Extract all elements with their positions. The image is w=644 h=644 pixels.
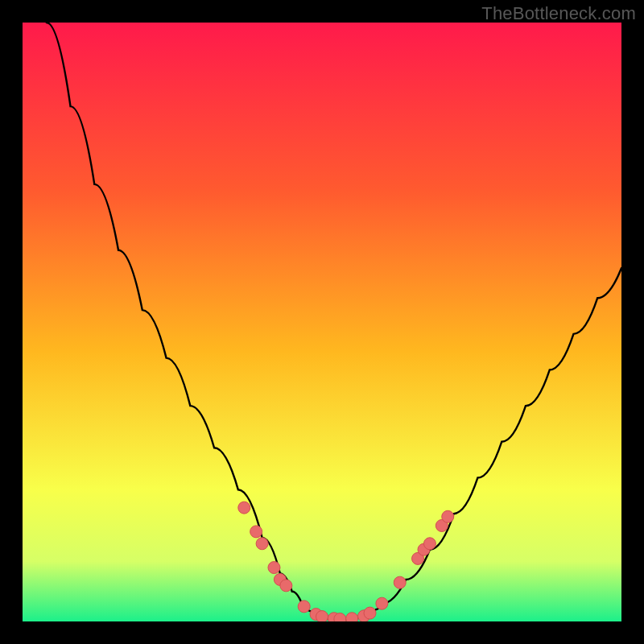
data-marker (250, 526, 262, 538)
data-marker (280, 580, 292, 592)
data-marker (346, 613, 358, 621)
gradient-background (23, 23, 621, 621)
data-marker (316, 611, 328, 621)
data-marker (423, 538, 436, 550)
data-marker (334, 613, 346, 621)
outer-black-frame (23, 23, 621, 621)
data-marker (442, 510, 454, 522)
data-marker (238, 502, 250, 514)
chart-canvas (23, 23, 621, 621)
data-marker (268, 562, 280, 574)
watermark-text: TheBottleneck.com (481, 3, 636, 24)
data-marker (376, 597, 388, 609)
data-marker (364, 607, 376, 619)
data-marker (256, 538, 268, 550)
data-marker (394, 576, 406, 588)
data-marker (298, 601, 310, 613)
